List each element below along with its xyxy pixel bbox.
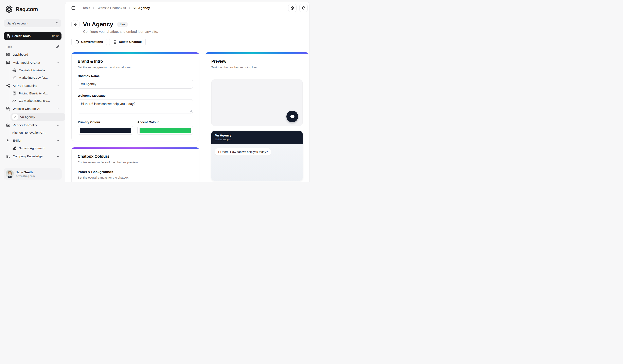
sidebar-item-multi-model-ai-chat[interactable]: Multi-Model AI Chat — [0, 59, 65, 67]
chevron-up-icon[interactable] — [56, 124, 60, 127]
signature-icon — [6, 139, 10, 143]
card-accent-bar — [205, 52, 309, 54]
chevron-right-icon — [128, 6, 132, 10]
chat-bubble-icon — [290, 114, 295, 119]
user-name: Jane Smith — [16, 171, 52, 174]
chatbox-mini-icon — [12, 114, 18, 120]
brand-name: Raq.com — [16, 6, 38, 13]
arrow-left-icon — [74, 22, 77, 26]
topbar-divider — [79, 6, 79, 11]
chevron-up-icon[interactable] — [56, 155, 60, 158]
trash-icon — [113, 40, 117, 44]
sidebar-item-company-knowledge[interactable]: Company Knowledge — [0, 152, 65, 160]
chat-header-status: Online support — [215, 138, 299, 141]
welcome-message-textarea[interactable]: Hi there! How can we help you today? — [78, 99, 193, 113]
sidebar-subitem-service-agreement[interactable]: Service Agreement — [12, 145, 65, 152]
avatar — [6, 170, 14, 178]
chat-preview-window: Vu Agency Online support Hi there! How c… — [211, 131, 303, 181]
select-tools-button[interactable]: Select Tools 12/12 — [4, 32, 62, 40]
colours-card-subtitle: Control every surface of the chatbox pre… — [78, 161, 193, 164]
sidebar-subitem-vu-agency[interactable]: Vu Agency — [11, 113, 65, 121]
preview-card: Preview Test the chatbox before going li… — [205, 52, 309, 182]
subgroup-website-chatbox: Vu Agency — [9, 113, 65, 121]
topbar: Tools Website Chatbox AI Vu Agency — [65, 2, 309, 14]
brand-logo: Raq.com — [0, 0, 65, 13]
package-search-button[interactable] — [288, 4, 296, 12]
package-search-icon — [290, 6, 294, 10]
chat-launcher-button[interactable] — [287, 111, 298, 122]
sidebar-item-website-chatbox-ai[interactable]: Website Chatbox AI — [0, 105, 65, 113]
breadcrumb-website-chatbox-ai[interactable]: Website Chatbox AI — [97, 6, 126, 10]
page-subtitle: Configure your chatbox and embed it on a… — [83, 30, 307, 34]
account-selector[interactable]: Jane's Account — [4, 20, 61, 27]
primary-colour-input[interactable] — [78, 126, 133, 135]
user-card[interactable]: Jane Smith demo@raq.com — [4, 168, 62, 180]
bell-icon — [302, 6, 306, 10]
chatbox-name-input[interactable] — [78, 80, 193, 88]
chevron-up-icon[interactable] — [56, 84, 60, 87]
subgroup-multi-model: Capital of Australia Marketing Copy for.… — [9, 67, 65, 81]
preview-subtitle: Test the chatbox before going live. — [211, 65, 303, 69]
notifications-button[interactable] — [299, 4, 308, 12]
sidebar-subitem-capital-of-australia[interactable]: Capital of Australia — [12, 67, 65, 74]
breadcrumb-vu-agency: Vu Agency — [134, 6, 150, 10]
subgroup-e-sign: Service Agreement — [9, 145, 65, 152]
chat-welcome-bubble: Hi there! How can we help you today? — [215, 148, 271, 155]
switch-camera-icon — [6, 123, 10, 127]
sidebar-item-ai-pro-reasoning[interactable]: AI Pro Reasoning — [0, 82, 65, 90]
sidebar-subitem-kitchen-renovation[interactable]: Kitchen Renovation C-... — [12, 129, 65, 136]
page-title: Vu Agency — [83, 21, 113, 28]
preview-canvas — [211, 80, 303, 126]
chevron-up-icon[interactable] — [56, 139, 60, 142]
sidebar-item-e-sign[interactable]: E-Sign — [0, 136, 65, 145]
preview-title: Preview — [211, 59, 303, 64]
chatbox-colours-card: Chatbox Colours Control every surface of… — [71, 147, 199, 182]
sidebar-subitem-marketing-copy[interactable]: Marketing Copy for... — [12, 74, 65, 81]
accent-colour-label: Accent Colour — [137, 120, 193, 124]
select-tools-count: 12/12 — [52, 34, 59, 38]
breadcrumb-tools[interactable]: Tools — [83, 6, 90, 10]
message-circle-icon — [75, 40, 79, 44]
user-email: demo@raq.com — [16, 174, 52, 177]
brand-card-subtitle: Set the name, greeting, and visual tone. — [78, 65, 193, 69]
layout-dashboard-icon — [6, 53, 10, 57]
trending-up-icon — [12, 99, 16, 103]
primary-colour-label: Primary Colour — [78, 120, 133, 124]
subgroup-ai-pro: Pricing Elasticity M... Q1 Market Expans… — [9, 90, 65, 104]
chevron-up-icon[interactable] — [56, 107, 60, 110]
user-meta: Jane Smith demo@raq.com — [16, 171, 52, 177]
chat-body: Hi there! How can we help you today? — [211, 144, 303, 181]
status-badge: Live — [117, 22, 128, 27]
sidebar-item-render-to-reality[interactable]: Render to Reality — [0, 121, 65, 129]
sidebar-subitem-q1-market-expansion[interactable]: Q1 Market Expansio... — [12, 97, 65, 104]
chat-header-name: Vu Agency — [215, 134, 299, 137]
database-zap-icon — [6, 34, 10, 38]
tools-section-header: Tools — [0, 40, 65, 50]
card-accent-bar — [72, 148, 199, 149]
edit-tools-pencil-icon[interactable] — [56, 45, 60, 48]
card-accent-bar — [72, 52, 199, 54]
panel-left-toggle-icon[interactable] — [70, 5, 77, 11]
chevron-right-icon — [92, 6, 95, 10]
content: Vu Agency Live Configure your chatbox an… — [65, 14, 309, 182]
library-icon — [6, 154, 10, 158]
sidebar-item-dashboard[interactable]: Dashboard — [0, 51, 65, 59]
sidebar-subitem-pricing-elasticity[interactable]: Pricing Elasticity M... — [12, 90, 65, 97]
subgroup-render-to-reality: Kitchen Renovation C-... — [9, 129, 65, 136]
conversations-button[interactable]: Conversations — [71, 38, 107, 46]
app-root: Raq.com Jane's Account Select Tools 12/1… — [0, 0, 312, 182]
chat-header: Vu Agency Online support — [211, 131, 303, 144]
delete-chatbox-button[interactable]: Delete Chatbox — [109, 38, 146, 46]
chevron-up-icon[interactable] — [56, 61, 60, 64]
resize-handle-icon[interactable] — [190, 110, 192, 112]
preview-column: Preview Test the chatbox before going li… — [205, 52, 309, 182]
account-selector-value: Jane's Account — [7, 22, 28, 25]
panel-backgrounds-title: Panel & Backgrounds — [78, 170, 193, 174]
welcome-message-label: Welcome Message — [78, 94, 193, 97]
accent-colour-swatch — [140, 128, 191, 133]
more-vertical-icon[interactable] — [54, 171, 59, 176]
panel-backgrounds-subtitle: Set the overall canvas for the chatbox. — [78, 176, 193, 179]
sidebar-nav: Dashboard Multi-Model AI Chat Capital of… — [0, 50, 65, 167]
accent-colour-input[interactable] — [137, 126, 193, 135]
back-button[interactable] — [71, 20, 80, 28]
